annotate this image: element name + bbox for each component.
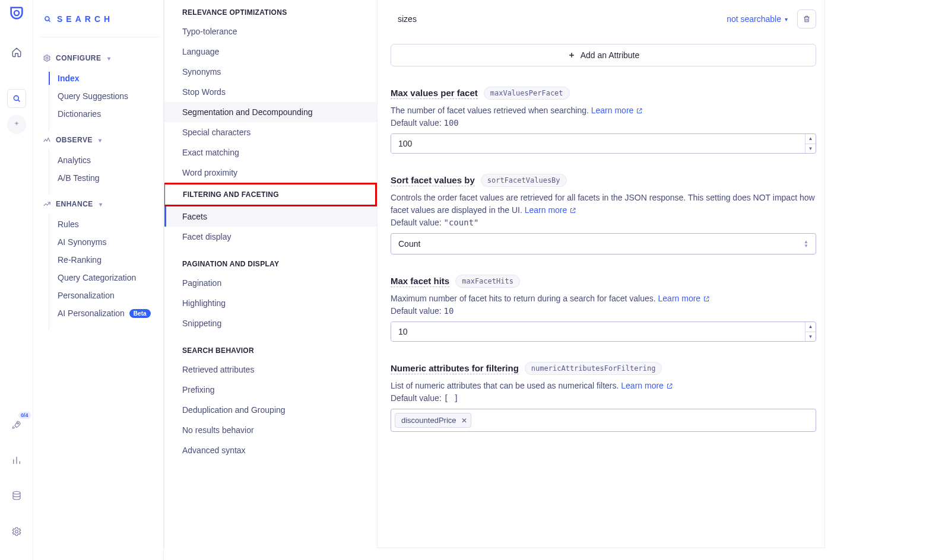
- nav-group-observe[interactable]: OBSERVE ▾: [40, 131, 160, 149]
- sidebar-item-query-suggestions[interactable]: Query Suggestions: [49, 87, 160, 105]
- svg-point-0: [14, 11, 18, 15]
- nav-group-configure[interactable]: CONFIGURE ▾: [40, 49, 160, 67]
- settings-section-header: SEARCH BEHAVIOR: [164, 333, 377, 359]
- sidebar-item-re-ranking[interactable]: Re-Ranking: [49, 251, 160, 269]
- api-chip: sortFacetValuesBy: [481, 174, 567, 187]
- sidebar-title-text: SEARCH: [57, 14, 113, 24]
- setting-desc: Maximum number of facet hits to return d…: [391, 292, 816, 305]
- plus-icon: ＋: [567, 50, 576, 61]
- step-down-button[interactable]: ▼: [806, 332, 816, 342]
- sort-facet-select[interactable]: Count ▲▼: [391, 233, 816, 254]
- default-value: Default value: [ ]: [391, 393, 816, 403]
- api-chip: maxValuesPerFacet: [484, 87, 570, 100]
- max-values-input[interactable]: [391, 134, 805, 153]
- sidebar-item-rules[interactable]: Rules: [49, 215, 160, 233]
- bar-chart-icon[interactable]: [7, 451, 26, 470]
- settings-nav-col: RELEVANCE OPTIMIZATIONS Typo-tolerance L…: [164, 0, 378, 560]
- learn-more-link[interactable]: Learn more: [621, 380, 673, 392]
- set-item-facets[interactable]: Facets: [164, 206, 377, 227]
- algolia-logo[interactable]: [8, 5, 25, 21]
- nav-group-enhance[interactable]: ENHANCE ▾: [40, 195, 160, 213]
- searchable-select[interactable]: not searchable ▾: [727, 14, 788, 24]
- set-item-typo-tolerance[interactable]: Typo-tolerance: [164, 21, 377, 42]
- step-up-button[interactable]: ▲: [806, 322, 816, 332]
- set-item-prefixing[interactable]: Prefixing: [164, 380, 377, 400]
- set-item-highlighting[interactable]: Highlighting: [164, 293, 377, 313]
- icon-rail: 0/4: [0, 0, 33, 560]
- setting-title: Numeric attributes for filtering: [391, 363, 519, 374]
- step-up-button[interactable]: ▲: [806, 134, 816, 144]
- setting-desc: Controls the order facet values are retr…: [391, 192, 816, 217]
- max-facet-hits-input[interactable]: [391, 322, 805, 341]
- learn-more-link[interactable]: Learn more: [591, 104, 643, 117]
- chevron-down-icon: ▾: [107, 55, 111, 62]
- sidebar: SEARCH CONFIGURE ▾ Index Query Suggestio…: [33, 0, 164, 560]
- set-item-exact-matching[interactable]: Exact matching: [164, 142, 377, 163]
- step-down-button[interactable]: ▼: [806, 144, 816, 154]
- number-input-wrap: ▲ ▼: [391, 322, 816, 342]
- home-icon[interactable]: [7, 43, 26, 62]
- sidebar-item-query-categorization[interactable]: Query Categorization: [49, 269, 160, 287]
- add-attribute-button[interactable]: ＋ Add an Attribute: [391, 44, 816, 66]
- svg-point-4: [15, 530, 18, 533]
- learn-more-link[interactable]: Learn more: [658, 292, 711, 305]
- gear-icon[interactable]: [7, 522, 26, 541]
- sidebar-item-ai-personalization[interactable]: AI Personalization Beta: [49, 304, 160, 322]
- sidebar-item-ab-testing[interactable]: A/B Testing: [49, 169, 160, 187]
- default-value: Default value: 10: [391, 306, 816, 316]
- svg-point-5: [45, 17, 49, 21]
- right-gutter: [825, 0, 926, 560]
- tag: discountedPrice ✕: [395, 413, 471, 428]
- tag-label: discountedPrice: [401, 416, 456, 425]
- attribute-row: sizes not searchable ▾: [391, 9, 816, 36]
- sparkle-icon[interactable]: [7, 115, 26, 134]
- api-chip: numericAttributesForFiltering: [525, 362, 662, 375]
- number-spinner: ▲ ▼: [805, 322, 816, 341]
- sidebar-item-dictionaries[interactable]: Dictionaries: [49, 105, 160, 123]
- set-item-word-proximity[interactable]: Word proximity: [164, 163, 377, 183]
- setting-title: Max facet hits: [391, 276, 449, 287]
- set-item-synonyms[interactable]: Synonyms: [164, 62, 377, 82]
- delete-attribute-button[interactable]: [797, 9, 816, 28]
- attribute-label: sizes: [391, 14, 417, 24]
- chevron-down-icon: ▾: [99, 201, 103, 208]
- set-item-retrieved-attributes[interactable]: Retrieved attributes: [164, 359, 377, 380]
- setting-desc: List of numeric attributes that can be u…: [391, 380, 816, 392]
- remove-tag-icon[interactable]: ✕: [461, 416, 467, 425]
- sidebar-title: SEARCH: [40, 6, 160, 37]
- set-item-stop-words[interactable]: Stop Words: [164, 82, 377, 102]
- learn-more-link[interactable]: Learn more: [525, 204, 577, 217]
- default-value: Default value: "count": [391, 218, 816, 227]
- select-updown-icon: ▲▼: [804, 240, 808, 248]
- set-item-dedup-grouping[interactable]: Deduplication and Grouping: [164, 400, 377, 420]
- beta-badge: Beta: [129, 309, 151, 318]
- setting-desc: The number of facet values retrieved whe…: [391, 104, 816, 117]
- set-item-facet-display[interactable]: Facet display: [164, 227, 377, 247]
- numeric-attributes-input[interactable]: discountedPrice ✕: [391, 409, 816, 432]
- svg-point-1: [14, 96, 18, 100]
- number-input-wrap: ▲ ▼: [391, 133, 816, 154]
- svg-point-3: [13, 492, 20, 495]
- default-value: Default value: 100: [391, 118, 816, 128]
- main-content: sizes not searchable ▾ ＋ Add an Attribut…: [378, 0, 825, 548]
- database-icon[interactable]: [7, 486, 26, 505]
- set-item-pagination[interactable]: Pagination: [164, 273, 377, 293]
- settings-section-header: PAGINATION AND DISPLAY: [164, 247, 377, 273]
- chevron-down-icon: ▾: [785, 16, 788, 23]
- set-item-snippeting[interactable]: Snippeting: [164, 313, 377, 333]
- set-item-segmentation[interactable]: Segmentation and Decompounding: [164, 102, 377, 122]
- sidebar-item-analytics[interactable]: Analytics: [49, 151, 160, 169]
- rocket-icon[interactable]: 0/4: [7, 415, 26, 434]
- set-item-language[interactable]: Language: [164, 42, 377, 62]
- svg-point-6: [46, 57, 48, 59]
- svg-point-2: [17, 423, 18, 424]
- set-item-advanced-syntax[interactable]: Advanced syntax: [164, 440, 377, 460]
- sidebar-item-ai-synonyms[interactable]: AI Synonyms: [49, 233, 160, 251]
- set-item-special-characters[interactable]: Special characters: [164, 122, 377, 142]
- sidebar-item-index[interactable]: Index: [49, 69, 160, 87]
- sidebar-item-personalization[interactable]: Personalization: [49, 287, 160, 304]
- setting-title: Sort facet values by: [391, 175, 475, 186]
- set-item-no-results[interactable]: No results behavior: [164, 420, 377, 440]
- rocket-badge: 0/4: [18, 412, 31, 419]
- search-app-icon[interactable]: [7, 89, 26, 108]
